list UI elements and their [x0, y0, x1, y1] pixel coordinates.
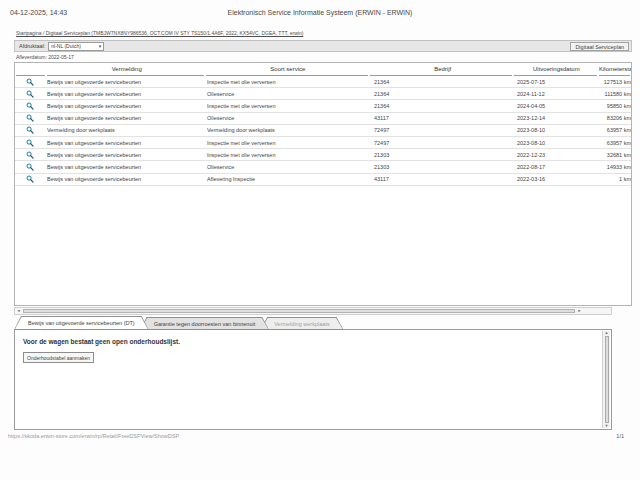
create-maintenance-table-button[interactable]: Onderhoudstabel aanmaken — [23, 352, 94, 363]
cell-uitvoeringsdatum: 2022-03-16 — [515, 174, 600, 185]
print-language-select[interactable]: nl-NL (Dutch) ▾ — [48, 42, 104, 51]
row-detail-button[interactable] — [15, 100, 45, 111]
cell-kilometerstand: 95850 km — [600, 100, 631, 111]
delivery-date-label: Afleverdatum: — [16, 54, 47, 60]
tab-label: Bewijs van uitgevoerde servicebeurten (D… — [28, 320, 135, 326]
service-table-body: Bewijs van uitgevoerde servicebeurtenIns… — [15, 76, 631, 186]
row-detail-button[interactable] — [15, 137, 45, 148]
magnifier-icon — [26, 90, 34, 98]
cell-kilometerstand: 14933 km — [600, 161, 631, 172]
scroll-down-icon[interactable]: ▼ — [603, 424, 610, 428]
horizontal-scrollbar-thumb[interactable] — [23, 309, 575, 313]
table-row: Bewijs van uitgevoerde servicebeurtenOli… — [15, 161, 631, 173]
col-header-vermelding: Vermelding — [47, 63, 204, 76]
cell-bedrijf: 72497 — [370, 137, 515, 148]
col-header-bedrijf: Bedrijf — [370, 63, 512, 76]
tab-3[interactable]: Vermelding werkplaats — [260, 317, 343, 330]
col-header-icon — [16, 63, 45, 76]
cell-soort-service: Olieservice — [205, 113, 370, 124]
tab-label: Garantie tegen doorroesten van binnenuit — [154, 321, 256, 327]
printed-page: 04-12-2025, 14:43 Elektronisch Service I… — [0, 0, 640, 480]
maintenance-panel: Voor de wagen bestaat geen open onderhou… — [14, 329, 612, 430]
table-row: Bewijs van uitgevoerde servicebeurtenOli… — [15, 88, 631, 100]
table-row: Bewijs van uitgevoerde servicebeurtenIns… — [15, 137, 631, 149]
cell-soort-service: Inspectie met olie verversen — [205, 149, 370, 160]
cell-vermelding: Bewijs van uitgevoerde servicebeurten — [45, 100, 205, 111]
magnifier-icon — [26, 102, 34, 110]
toolbar: Afdruktaal: nl-NL (Dutch) ▾ Digitaal Ser… — [14, 40, 632, 52]
cell-uitvoeringsdatum: 2022-08-17 — [515, 161, 600, 172]
vertical-scrollbar-thumb[interactable] — [605, 336, 609, 423]
table-row: Vermelding door werkplaatsVermelding doo… — [15, 125, 631, 137]
footer-url: https://skoda.erwin-store.com/erwin/rp/R… — [8, 433, 179, 439]
cell-vermelding: Bewijs van uitgevoerde servicebeurten — [45, 88, 205, 99]
cell-bedrijf: 43117 — [370, 113, 515, 124]
row-detail-button[interactable] — [15, 174, 45, 185]
print-language-label: Afdruktaal: — [19, 43, 45, 49]
no-open-maintenance-message: Voor de wagen bestaat geen open onderhou… — [23, 338, 180, 345]
horizontal-scrollbar[interactable]: ◄ ► — [14, 307, 612, 315]
vertical-scrollbar[interactable]: ▲ ▼ — [602, 331, 610, 428]
tab-1[interactable]: Bewijs van uitgevoerde servicebeurten (D… — [14, 316, 149, 330]
row-detail-button[interactable] — [15, 88, 45, 99]
cell-kilometerstand: 83206 km — [600, 113, 631, 124]
cell-soort-service: Aflevering Inspectie — [205, 174, 370, 185]
cell-vermelding: Bewijs van uitgevoerde servicebeurten — [45, 76, 205, 87]
page-number: 1/1 — [616, 433, 624, 439]
table-row: Bewijs van uitgevoerde servicebeurtenOli… — [15, 113, 631, 125]
delivery-date-value: 2022-05-17 — [48, 54, 74, 60]
row-detail-button[interactable] — [15, 76, 45, 87]
cell-kilometerstand: 1 km — [600, 174, 631, 185]
cell-bedrijf: 72497 — [370, 125, 515, 136]
col-header-kilometerstand: Kilometerstand — [599, 63, 630, 76]
cell-vermelding: Bewijs van uitgevoerde servicebeurten — [45, 149, 205, 160]
cell-kilometerstand: 63957 km — [600, 137, 631, 148]
cell-uitvoeringsdatum: 2024-04-05 — [515, 100, 600, 111]
service-history-table: Vermelding Soort service Bedrijf Uitvoer… — [14, 62, 632, 306]
scroll-left-icon[interactable]: ◄ — [15, 309, 22, 313]
cell-soort-service: Olieservice — [205, 161, 370, 172]
magnifier-icon — [26, 114, 34, 122]
print-language-value: nl-NL (Dutch) — [51, 43, 81, 49]
col-header-uitvoeringsdatum: Uitvoeringsdatum — [514, 63, 597, 76]
cell-vermelding: Bewijs van uitgevoerde servicebeurten — [45, 113, 205, 124]
cell-uitvoeringsdatum: 2024-11-12 — [515, 88, 600, 99]
scroll-right-icon[interactable]: ► — [576, 309, 583, 313]
cell-bedrijf: 21364 — [370, 100, 515, 111]
tab-2[interactable]: Garantie tegen doorroesten van binnenuit — [140, 317, 270, 330]
cell-bedrijf: 21364 — [370, 76, 515, 87]
cell-uitvoeringsdatum: 2022-12-23 — [515, 149, 600, 160]
scroll-up-icon[interactable]: ▲ — [603, 331, 610, 335]
delivery-date: Afleverdatum: 2022-05-17 — [16, 54, 74, 60]
row-detail-button[interactable] — [15, 125, 45, 136]
breadcrumb[interactable]: Startpagina / Digitaal Serviceplan (TMBJ… — [16, 30, 303, 36]
magnifier-icon — [26, 139, 34, 147]
cell-bedrijf: 21303 — [370, 149, 515, 160]
table-row: Bewijs van uitgevoerde servicebeurtenIns… — [15, 76, 631, 88]
cell-uitvoeringsdatum: 2023-12-14 — [515, 113, 600, 124]
tab-strip: Bewijs van uitgevoerde servicebeurten (D… — [14, 316, 335, 330]
table-row: Bewijs van uitgevoerde servicebeurtenIns… — [15, 100, 631, 112]
cell-vermelding: Bewijs van uitgevoerde servicebeurten — [45, 174, 205, 185]
row-detail-button[interactable] — [15, 113, 45, 124]
page-title: Elektronisch Service Informatie Systeem … — [0, 9, 640, 16]
table-row: Bewijs van uitgevoerde servicebeurtenAfl… — [15, 174, 631, 186]
cell-bedrijf: 43117 — [370, 174, 515, 185]
chevron-down-icon: ▾ — [99, 44, 102, 49]
row-detail-button[interactable] — [15, 161, 45, 172]
digitaal-serviceplan-button[interactable]: Digitaal Serviceplan — [570, 42, 629, 51]
cell-uitvoeringsdatum: 2025-07-15 — [515, 76, 600, 87]
cell-vermelding: Bewijs van uitgevoerde servicebeurten — [45, 161, 205, 172]
magnifier-icon — [26, 78, 34, 86]
cell-soort-service: Vermelding door werkplaats — [205, 125, 370, 136]
tab-label: Vermelding werkplaats — [274, 321, 329, 327]
cell-kilometerstand: 63957 km — [600, 125, 631, 136]
row-detail-button[interactable] — [15, 149, 45, 160]
magnifier-icon — [26, 126, 34, 134]
cell-bedrijf: 21364 — [370, 88, 515, 99]
cell-bedrijf: 21303 — [370, 161, 515, 172]
cell-kilometerstand: 32681 km — [600, 149, 631, 160]
magnifier-icon — [26, 163, 34, 171]
table-header-row: Vermelding Soort service Bedrijf Uitvoer… — [15, 63, 631, 76]
cell-soort-service: Olieservice — [205, 88, 370, 99]
